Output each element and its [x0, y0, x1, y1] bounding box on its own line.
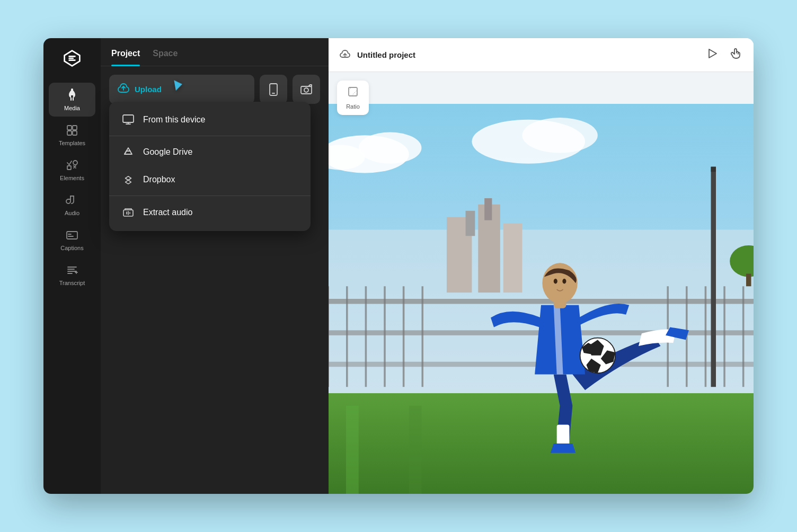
panel-content: Upload [101, 66, 329, 494]
google-drive-icon [122, 147, 135, 157]
upload-label: Upload [135, 85, 162, 94]
svg-rect-13 [349, 87, 357, 96]
svg-rect-44 [711, 167, 716, 387]
sidebar-transcript-label: Transcript [59, 280, 85, 286]
svg-point-16 [359, 132, 422, 163]
upload-button[interactable]: Upload [109, 75, 254, 104]
divider-2 [109, 196, 311, 196]
svg-rect-4 [73, 131, 77, 135]
dropdown-item-extract[interactable]: Extract audio [109, 198, 311, 227]
sidebar-media-label: Media [64, 105, 80, 111]
dropbox-label: Dropbox [143, 175, 175, 184]
svg-rect-40 [723, 286, 725, 387]
svg-point-19 [522, 118, 597, 153]
sidebar-audio-label: Audio [65, 210, 79, 216]
templates-icon [66, 124, 78, 137]
svg-rect-23 [503, 224, 523, 293]
soccer-image-area [329, 104, 754, 494]
app-logo [63, 49, 82, 68]
upload-dropdown: From this device Google Drive [109, 102, 311, 231]
svg-rect-41 [742, 286, 745, 387]
svg-rect-47 [746, 274, 751, 287]
preview-actions [706, 46, 743, 64]
cloud-save-icon [339, 48, 351, 61]
ratio-tool[interactable]: Ratio [337, 81, 369, 115]
monitor-icon [122, 114, 135, 125]
svg-rect-51 [557, 424, 570, 447]
left-panel: Project Space Upload [101, 38, 329, 494]
mobile-device-button[interactable] [260, 75, 287, 104]
preview-title-area: Untitled project [339, 48, 415, 61]
svg-rect-39 [705, 286, 707, 387]
svg-rect-34 [384, 286, 386, 387]
captions-icon [66, 229, 78, 242]
google-drive-label: Google Drive [143, 147, 192, 157]
camera-button[interactable] [293, 75, 320, 104]
divider-1 [109, 136, 311, 136]
dropdown-item-device[interactable]: From this device [109, 106, 311, 134]
svg-rect-33 [365, 286, 367, 387]
svg-rect-26 [329, 299, 754, 304]
svg-rect-5 [67, 166, 71, 170]
svg-point-10 [304, 88, 308, 92]
sidebar-item-audio[interactable]: Audio [49, 189, 95, 221]
tab-space[interactable]: Space [153, 49, 178, 66]
sidebar: Media Templates [43, 38, 101, 494]
sidebar-item-transcript[interactable]: Transcript [49, 259, 95, 291]
svg-rect-45 [711, 167, 716, 172]
svg-point-0 [71, 88, 73, 91]
sidebar-elements-label: Elements [60, 175, 84, 181]
svg-rect-32 [346, 286, 348, 387]
svg-rect-7 [67, 232, 77, 239]
sidebar-captions-label: Captions [60, 245, 83, 251]
svg-point-55 [562, 279, 566, 283]
svg-rect-1 [67, 126, 72, 130]
upload-cloud-icon [118, 82, 129, 96]
svg-rect-36 [421, 286, 423, 387]
dropbox-icon [122, 174, 135, 185]
extract-audio-icon [122, 207, 135, 218]
svg-rect-2 [73, 126, 77, 130]
svg-rect-11 [123, 115, 134, 122]
svg-point-54 [554, 279, 557, 283]
extract-audio-label: Extract audio [143, 208, 192, 217]
sidebar-item-elements[interactable]: Elements [49, 154, 95, 187]
from-device-label: From this device [143, 115, 205, 125]
svg-rect-24 [466, 211, 475, 236]
sidebar-item-media[interactable]: Media [49, 83, 95, 117]
sidebar-templates-label: Templates [59, 140, 85, 146]
preview-header: Untitled project [329, 38, 754, 72]
elements-icon [66, 159, 78, 172]
panel-tabs: Project Space [101, 38, 329, 66]
preview-canvas: Ratio [329, 72, 754, 494]
project-title: Untitled project [357, 50, 415, 59]
ratio-icon [347, 86, 359, 100]
dropdown-item-drive[interactable]: Google Drive [109, 138, 311, 166]
upload-area: Upload [109, 75, 320, 104]
media-icon [65, 88, 79, 102]
svg-rect-25 [484, 198, 492, 220]
transcript-icon [66, 264, 78, 277]
ratio-label: Ratio [346, 103, 360, 110]
sidebar-item-captions[interactable]: Captions [49, 224, 95, 256]
svg-rect-35 [403, 286, 405, 387]
hand-tool-button[interactable] [728, 46, 743, 64]
dropdown-item-dropbox[interactable]: Dropbox [109, 166, 311, 193]
svg-point-6 [73, 161, 77, 165]
svg-rect-48 [329, 393, 754, 494]
play-button[interactable] [706, 46, 720, 64]
sidebar-item-templates[interactable]: Templates [49, 119, 95, 152]
right-panel: Untitled project [329, 38, 754, 494]
audio-icon [66, 194, 78, 207]
svg-rect-31 [329, 286, 329, 387]
svg-rect-3 [67, 131, 72, 135]
tab-project[interactable]: Project [111, 49, 140, 66]
